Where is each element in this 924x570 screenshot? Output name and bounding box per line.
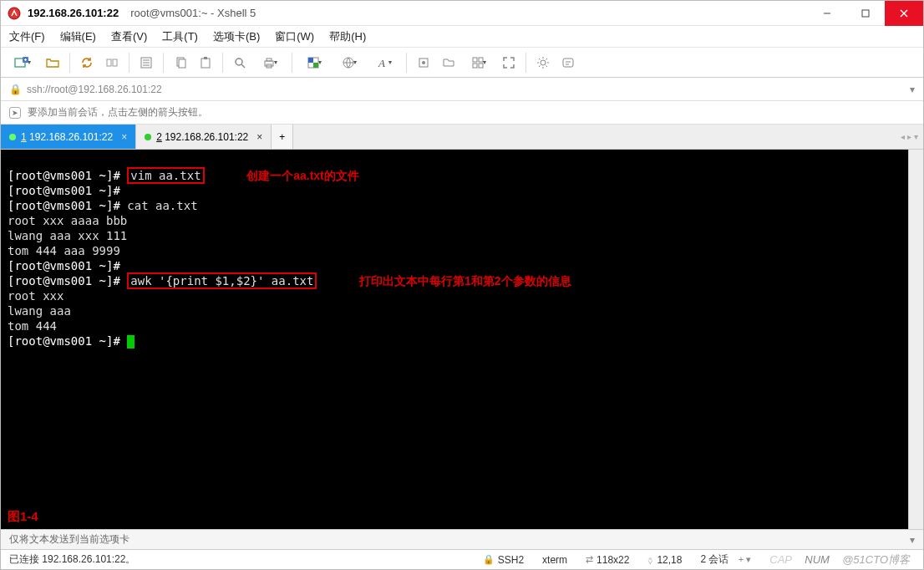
font-button[interactable]: A▾ xyxy=(368,51,401,74)
status-dot-icon xyxy=(145,134,151,140)
toolbar-separator xyxy=(406,53,407,73)
highlighted-command: vim aa.txt xyxy=(127,167,204,184)
compose-bar[interactable]: 仅将文本发送到当前选项卡 ▾ xyxy=(1,529,923,549)
add-session-arrow-icon[interactable]: ➤ xyxy=(9,107,21,119)
print-button[interactable]: ▾ xyxy=(253,51,287,74)
vertical-scrollbar[interactable] xyxy=(908,150,923,529)
find-button[interactable] xyxy=(228,51,251,74)
terminal-output-line: lwang aaa xyxy=(8,304,71,318)
terminal-prompt: [root@vms001 ~]# xyxy=(8,259,120,272)
cursor-pos-icon: ⎀ xyxy=(647,555,653,565)
compose-button[interactable] xyxy=(556,51,580,74)
svg-rect-20 xyxy=(267,59,272,61)
toolbar: ▾ ▾ ▾ ▾ A▾ ▾ xyxy=(1,48,923,78)
fullscreen-button[interactable] xyxy=(497,51,520,74)
menu-help[interactable]: 帮助(H) xyxy=(329,29,366,44)
terminal-content: [root@vms001 ~]# vim aa.txt 创建一个aa.txt的文… xyxy=(1,150,923,367)
svg-rect-16 xyxy=(204,57,207,59)
menu-tools[interactable]: 工具(T) xyxy=(162,29,198,44)
toolbar-separator xyxy=(292,53,292,73)
menu-tabs[interactable]: 选项卡(B) xyxy=(213,29,260,44)
tile-button[interactable]: ▾ xyxy=(462,51,495,74)
svg-rect-34 xyxy=(563,59,573,67)
encoding-button[interactable]: ▾ xyxy=(333,51,366,74)
new-session-button[interactable]: ▾ xyxy=(6,51,39,74)
xftp-button[interactable] xyxy=(437,51,460,74)
svg-rect-31 xyxy=(473,64,477,68)
svg-point-28 xyxy=(422,61,425,64)
settings-button[interactable] xyxy=(531,51,555,74)
window-titlebar: 192.168.26.101:22 root@vms001:~ - Xshell… xyxy=(1,1,923,26)
menubar: 文件(F) 编辑(E) 查看(V) 工具(T) 选项卡(B) 窗口(W) 帮助(… xyxy=(1,26,923,48)
svg-text:A: A xyxy=(378,57,385,69)
svg-point-0 xyxy=(8,8,20,19)
svg-rect-2 xyxy=(862,10,869,17)
terminal-command: cat aa.txt xyxy=(127,199,197,212)
menu-file[interactable]: 文件(F) xyxy=(9,29,45,44)
address-bar[interactable]: 🔒 ssh://root@192.168.26.101:22 ▾ xyxy=(1,78,923,101)
terminal-prompt: [root@vms001 ~]# xyxy=(8,169,120,182)
tab-bar: 1 192.168.26.101:22 × 2 192.168.26.101:2… xyxy=(1,125,923,150)
session-tab[interactable]: 2 192.168.26.101:22 × xyxy=(136,125,272,149)
window-title-address: 192.168.26.101:22 xyxy=(28,7,119,19)
address-url: ssh://root@192.168.26.101:22 xyxy=(27,84,162,95)
new-tab-button[interactable]: + xyxy=(272,125,293,149)
sessions-dropdown-icon[interactable]: + ▾ xyxy=(739,554,751,565)
toolbar-separator xyxy=(163,53,164,73)
paste-button[interactable] xyxy=(194,51,217,74)
terminal-prompt: [root@vms001 ~]# xyxy=(8,184,120,197)
xagent-button[interactable] xyxy=(412,51,435,74)
menu-view[interactable]: 查看(V) xyxy=(111,29,147,44)
address-dropdown-icon[interactable]: ▾ xyxy=(910,84,915,95)
tab-close-icon[interactable]: × xyxy=(121,131,127,143)
watermark-text: CAP NUM @51CTO博客 xyxy=(764,552,915,567)
copy-button[interactable] xyxy=(169,51,192,74)
tab-close-icon[interactable]: × xyxy=(256,131,262,143)
menu-edit[interactable]: 编辑(E) xyxy=(60,29,96,44)
svg-point-17 xyxy=(236,59,242,65)
annotation-text: 创建一个aa.txt的文件 xyxy=(246,169,359,182)
maximize-button[interactable] xyxy=(846,1,885,26)
close-button[interactable] xyxy=(885,1,923,26)
terminal-output-line: root xxx xyxy=(8,289,63,303)
status-cursor-pos: 12,18 xyxy=(657,554,682,566)
color-scheme-button[interactable]: ▾ xyxy=(297,51,331,74)
menu-window[interactable]: 窗口(W) xyxy=(275,29,314,44)
window-title-subtitle: root@vms001:~ - Xshell 5 xyxy=(130,7,256,19)
status-terminal-size: 118x22 xyxy=(597,554,629,566)
tab-label: 192.168.26.101:22 xyxy=(165,131,248,143)
lock-icon: 🔒 xyxy=(9,84,22,95)
tab-label: 192.168.26.101:22 xyxy=(29,131,113,143)
tab-number: 1 xyxy=(21,131,27,143)
properties-button[interactable] xyxy=(135,51,158,74)
terminal-area[interactable]: [root@vms001 ~]# vim aa.txt 创建一个aa.txt的文… xyxy=(1,150,923,529)
svg-rect-14 xyxy=(179,59,185,68)
reconnect-button[interactable] xyxy=(75,51,99,74)
lock-icon: 🔒 xyxy=(483,554,495,565)
annotation-text: 打印出文本中每行第1和第2个参数的信息 xyxy=(359,274,571,288)
app-icon xyxy=(8,7,21,20)
open-folder-button[interactable] xyxy=(41,51,64,74)
toolbar-separator xyxy=(69,53,70,73)
toolbar-separator xyxy=(222,53,223,73)
svg-rect-15 xyxy=(201,59,210,68)
status-connected: 已连接 192.168.26.101:22。 xyxy=(9,552,135,567)
terminal-prompt: [root@vms001 ~]# xyxy=(8,199,120,212)
status-dot-icon xyxy=(9,134,16,140)
terminal-prompt: [root@vms001 ~]# xyxy=(8,274,120,288)
toolbar-separator xyxy=(129,53,129,73)
svg-rect-29 xyxy=(473,58,477,62)
minimize-button[interactable] xyxy=(808,1,846,26)
svg-rect-7 xyxy=(107,59,111,66)
svg-rect-8 xyxy=(113,59,117,66)
status-term-type: xterm xyxy=(537,554,572,566)
terminal-output-line: root xxx aaaa bbb xyxy=(8,214,127,227)
disconnect-button[interactable] xyxy=(100,51,124,74)
tab-nav-arrows[interactable]: ◂ ▸ ▾ xyxy=(901,125,918,149)
compose-dropdown-icon[interactable]: ▾ xyxy=(910,534,915,546)
status-sessions: 2 会话 xyxy=(700,552,729,567)
status-protocol: SSH2 xyxy=(498,554,524,566)
session-hint-text: 要添加当前会话，点击左侧的箭头按钮。 xyxy=(28,105,208,120)
svg-point-33 xyxy=(541,60,546,65)
session-tab-active[interactable]: 1 192.168.26.101:22 × xyxy=(1,125,136,149)
